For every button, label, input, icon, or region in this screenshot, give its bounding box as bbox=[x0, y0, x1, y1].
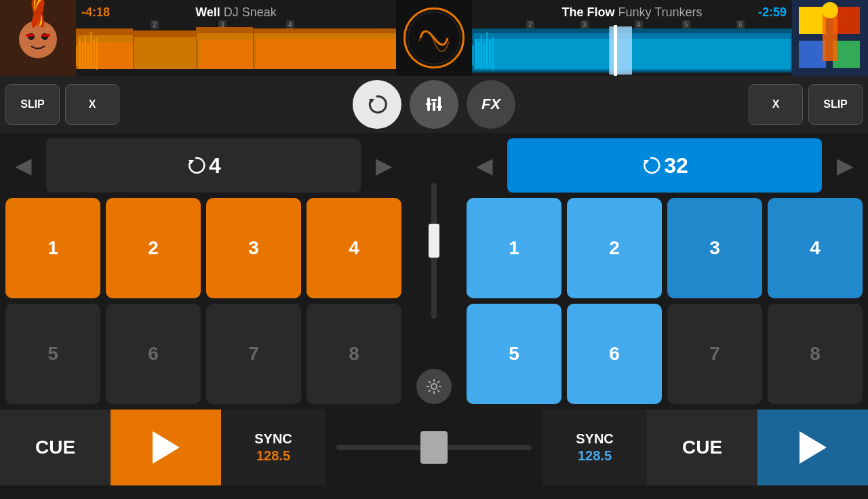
pad-right-4[interactable]: 4 bbox=[768, 198, 863, 298]
fx-button[interactable]: FX bbox=[467, 80, 515, 129]
pad-right-2[interactable]: 2 bbox=[567, 198, 662, 298]
pad-left-1[interactable]: 1 bbox=[5, 198, 100, 298]
equalizer-button[interactable] bbox=[410, 80, 458, 129]
right-pad-grid: 1 2 3 4 5 6 7 8 bbox=[467, 198, 863, 404]
svg-rect-27 bbox=[90, 32, 92, 69]
crossfader-track[interactable] bbox=[336, 445, 532, 450]
svg-rect-41 bbox=[489, 40, 491, 68]
logo-circle bbox=[403, 7, 465, 68]
fader-track bbox=[431, 183, 437, 319]
svg-rect-32 bbox=[475, 39, 791, 69]
loop-prev-right[interactable] bbox=[467, 138, 502, 193]
svg-rect-55 bbox=[431, 99, 437, 101]
pad-left-2[interactable]: 2 bbox=[106, 198, 201, 298]
svg-line-65 bbox=[437, 381, 439, 383]
pad-left-7[interactable]: 7 bbox=[206, 304, 301, 404]
loop-next-left[interactable] bbox=[366, 138, 401, 193]
fx-label: FX bbox=[481, 96, 500, 113]
pad-right-5[interactable]: 5 bbox=[467, 304, 561, 404]
svg-line-63 bbox=[429, 381, 431, 383]
top-bar: -4:18 Well DJ Sneak 2 3 4 bbox=[0, 0, 868, 76]
pad-right-8[interactable]: 8 bbox=[768, 304, 863, 404]
loop-prev-left[interactable] bbox=[5, 138, 41, 193]
pad-right-7[interactable]: 7 bbox=[667, 304, 762, 404]
svg-rect-10 bbox=[42, 34, 50, 37]
album-art-left bbox=[0, 0, 76, 76]
svg-rect-44 bbox=[799, 7, 826, 34]
svg-rect-39 bbox=[484, 44, 486, 68]
loop-icon-left bbox=[186, 155, 206, 176]
crossfader-handle[interactable] bbox=[420, 431, 448, 464]
main-area: 4 1 2 3 4 5 6 7 8 bbox=[0, 133, 868, 410]
svg-rect-40 bbox=[486, 32, 488, 69]
sync-label-left: SYNC bbox=[254, 431, 292, 447]
loop-icon-right bbox=[641, 155, 661, 176]
sync-bpm-right: 128.5 bbox=[578, 448, 612, 464]
left-loop-section: 4 bbox=[5, 138, 401, 193]
svg-rect-24 bbox=[81, 42, 83, 68]
pad-right-6[interactable]: 6 bbox=[567, 304, 662, 404]
center-column bbox=[407, 133, 461, 410]
slip-right-button[interactable]: SLIP bbox=[808, 84, 863, 125]
left-pad-grid: 1 2 3 4 5 6 7 8 bbox=[5, 198, 401, 404]
x-right-button[interactable]: X bbox=[749, 84, 803, 125]
x-left-button[interactable]: X bbox=[65, 84, 119, 125]
svg-rect-13 bbox=[79, 42, 133, 69]
pad-right-3[interactable]: 3 bbox=[667, 198, 762, 298]
svg-rect-46 bbox=[799, 41, 826, 68]
settings-gear-button[interactable] bbox=[416, 369, 452, 404]
crossfader-bottom[interactable] bbox=[326, 410, 542, 485]
center-controls: FX bbox=[353, 80, 515, 129]
svg-rect-35 bbox=[472, 45, 474, 66]
sync-icon bbox=[365, 92, 389, 117]
pad-left-3[interactable]: 3 bbox=[206, 198, 301, 298]
fader-handle[interactable] bbox=[429, 224, 439, 258]
sync-bpm-left: 128.5 bbox=[256, 448, 290, 464]
slip-left-button[interactable]: SLIP bbox=[5, 84, 60, 125]
svg-rect-23 bbox=[79, 39, 81, 69]
cue-left-button[interactable]: CUE bbox=[0, 410, 111, 485]
sync-label-right: SYNC bbox=[576, 431, 614, 447]
svg-rect-54 bbox=[426, 103, 431, 105]
svg-line-66 bbox=[429, 390, 431, 392]
svg-rect-36 bbox=[475, 39, 477, 69]
pad-left-8[interactable]: 8 bbox=[307, 304, 401, 404]
svg-rect-15 bbox=[134, 37, 196, 69]
svg-rect-33 bbox=[609, 26, 632, 75]
equalizer-icon bbox=[422, 92, 446, 117]
deck-left: 4 1 2 3 4 5 6 7 8 bbox=[0, 133, 407, 410]
svg-rect-53 bbox=[438, 96, 441, 111]
pad-left-4[interactable]: 4 bbox=[307, 198, 401, 298]
svg-rect-22 bbox=[76, 45, 78, 66]
waveform-left: -4:18 Well DJ Sneak 2 3 4 bbox=[76, 0, 396, 76]
svg-rect-25 bbox=[85, 35, 87, 69]
vertical-fader[interactable] bbox=[420, 138, 448, 363]
play-left-button[interactable] bbox=[111, 410, 221, 485]
right-arrow-icon bbox=[376, 153, 393, 178]
left-arrow-icon-right bbox=[476, 153, 493, 178]
right-loop-display: 32 bbox=[507, 138, 822, 193]
controls-bar: SLIP X FX X SLIP bbox=[0, 76, 868, 133]
track-time-right: -2:59 bbox=[758, 5, 787, 20]
svg-rect-21 bbox=[256, 39, 397, 69]
right-arrow-icon-right bbox=[837, 153, 854, 178]
svg-rect-38 bbox=[481, 35, 483, 69]
loop-next-right[interactable] bbox=[827, 138, 863, 193]
sync-reset-button[interactable] bbox=[353, 80, 401, 129]
left-controls: SLIP X bbox=[5, 84, 119, 125]
gear-icon bbox=[425, 378, 443, 395]
play-right-button[interactable] bbox=[757, 410, 868, 485]
pad-left-5[interactable]: 5 bbox=[5, 304, 100, 404]
left-loop-display: 4 bbox=[46, 138, 361, 193]
right-loop-value: 32 bbox=[664, 153, 688, 178]
svg-line-64 bbox=[437, 390, 439, 392]
pad-right-1[interactable]: 1 bbox=[467, 198, 561, 298]
cue-right-button[interactable]: CUE bbox=[647, 410, 757, 485]
svg-rect-26 bbox=[87, 44, 90, 68]
pad-left-6[interactable]: 6 bbox=[106, 304, 201, 404]
center-logo bbox=[396, 0, 472, 76]
bottom-bar: CUE SYNC 128.5 SYNC 128.5 CUE bbox=[0, 410, 868, 485]
svg-rect-9 bbox=[26, 34, 34, 37]
svg-rect-42 bbox=[492, 37, 494, 70]
svg-rect-56 bbox=[437, 106, 442, 108]
